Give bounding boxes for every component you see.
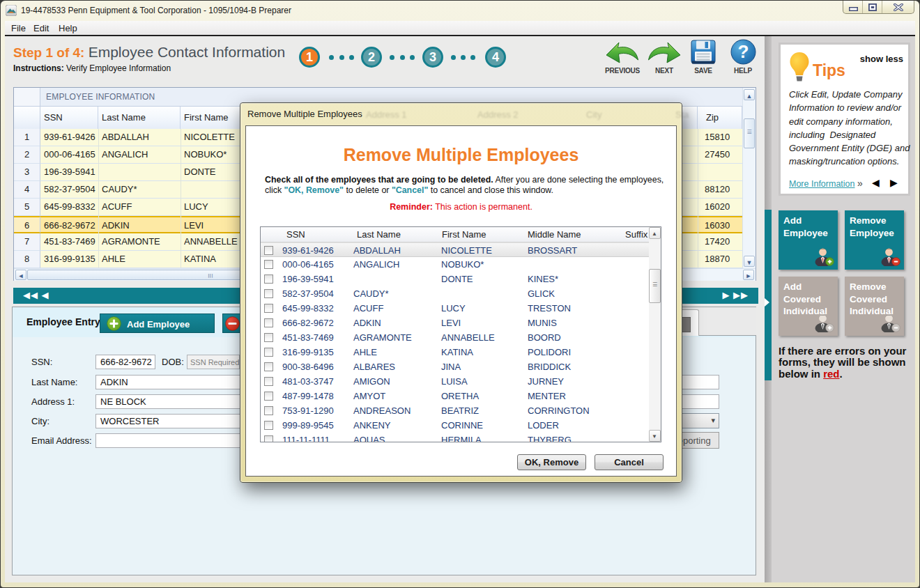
svg-text:?: ? [738, 41, 749, 62]
